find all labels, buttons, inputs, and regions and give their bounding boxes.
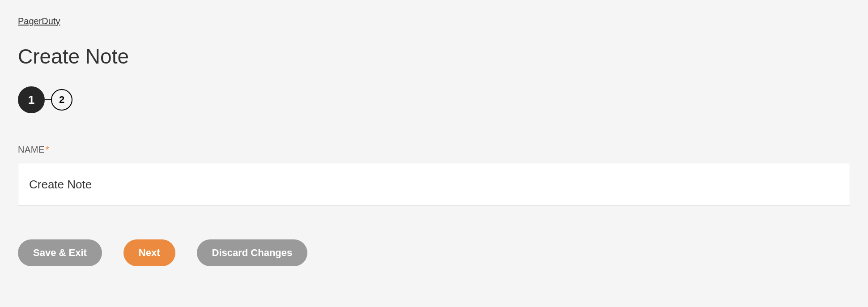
step-2[interactable]: 2	[51, 89, 72, 111]
next-button[interactable]: Next	[123, 239, 175, 266]
step-1[interactable]: 1	[18, 86, 45, 113]
required-asterisk: *	[46, 145, 49, 154]
discard-changes-button[interactable]: Discard Changes	[197, 239, 308, 266]
step-indicator: 1 2	[18, 86, 850, 113]
action-buttons: Save & Exit Next Discard Changes	[18, 239, 850, 266]
name-input[interactable]	[18, 163, 850, 206]
breadcrumb: PagerDuty	[18, 16, 850, 26]
name-field-label: NAME*	[18, 145, 850, 155]
breadcrumb-parent-link[interactable]: PagerDuty	[18, 16, 60, 26]
page-title: Create Note	[18, 44, 850, 68]
save-exit-button[interactable]: Save & Exit	[18, 239, 102, 266]
name-label-text: NAME	[18, 145, 45, 154]
step-connector	[45, 99, 51, 100]
